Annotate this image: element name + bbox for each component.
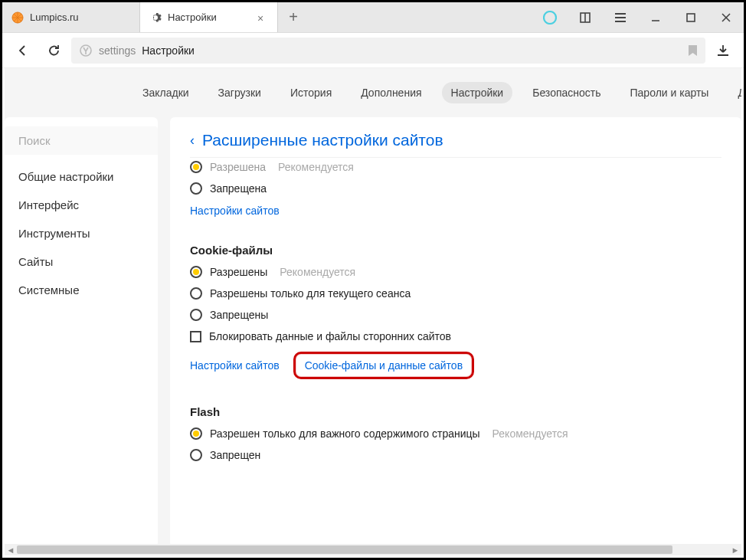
scroll-track[interactable] (17, 544, 729, 555)
opt-label: Разрешены только для текущего сеанса (210, 287, 411, 300)
tab-bar: Lumpics.ru Настройки × + (2, 2, 744, 33)
radio-cookies-forbidden[interactable] (190, 309, 202, 321)
maximize-button[interactable] (673, 2, 708, 33)
scroll-right-icon[interactable]: ► (729, 545, 741, 555)
opt-label: Запрещена (210, 182, 267, 195)
page-content: Закладки Загрузки История Дополнения Нас… (5, 68, 741, 544)
section-title: Flash (190, 405, 721, 418)
gear-icon (149, 11, 162, 24)
close-window-button[interactable] (708, 2, 744, 33)
section-cookies: Cookie-файлы Разрешены Рекомендуется Раз… (190, 244, 721, 379)
tab-settings[interactable]: Настройки × (140, 2, 278, 32)
sidebar-item-sites[interactable]: Сайты (5, 247, 158, 276)
settings-main-panel: ‹ Расширенные настройки сайтов Разрешена… (170, 117, 741, 544)
sidebar-search[interactable]: Поиск (5, 126, 158, 155)
sidebar-item-tools[interactable]: Инструменты (5, 219, 158, 247)
address-input[interactable]: settings Настройки (71, 38, 705, 64)
link-cookie-data[interactable]: Cookie-файлы и данные сайтов (305, 359, 463, 372)
radio-forbidden[interactable] (190, 182, 202, 195)
opt-label: Запрещен (210, 449, 260, 461)
svg-rect-8 (687, 14, 695, 21)
checkbox-block-thirdparty[interactable] (190, 331, 201, 342)
close-icon[interactable]: × (257, 12, 268, 23)
section-prev: Разрешена Рекомендуется Запрещена Настро… (190, 161, 721, 218)
scroll-left-icon[interactable]: ◄ (5, 545, 17, 555)
bookmark-icon[interactable] (688, 44, 698, 57)
topnav-settings[interactable]: Настройки (442, 82, 513, 103)
menu-icon[interactable] (603, 2, 638, 33)
opt-rec: Рекомендуется (492, 427, 568, 440)
main-title[interactable]: Расширенные настройки сайтов (202, 131, 443, 149)
yandex-icon (79, 44, 93, 57)
back-chevron-icon[interactable]: ‹ (190, 133, 195, 149)
radio-flash-forbidden[interactable] (190, 449, 202, 461)
opt-label: Блокировать данные и файлы сторонних сай… (209, 330, 451, 342)
back-button[interactable] (10, 38, 36, 64)
opt-rec: Рекомендуется (280, 266, 355, 278)
highlighted-link: Cookie-файлы и данные сайтов (293, 352, 474, 379)
opt-label: Разрешена (210, 161, 266, 173)
topnav-passwords[interactable]: Пароли и карты (621, 82, 718, 103)
browser-window: Lumpics.ru Настройки × + (0, 0, 746, 560)
opt-label: Разрешен только для важного содержимого … (210, 427, 480, 440)
reload-button[interactable] (41, 38, 67, 64)
main-header: ‹ Расширенные настройки сайтов (190, 131, 721, 158)
topnav-bookmarks[interactable]: Закладки (133, 82, 198, 103)
radio-allowed[interactable] (190, 161, 202, 173)
radio-flash-important[interactable] (190, 427, 202, 440)
opt-label: Разрешены (210, 266, 267, 278)
section-title: Cookie-файлы (190, 244, 721, 257)
sidebar-item-interface[interactable]: Интерфейс (5, 191, 158, 219)
address-bar: settings Настройки (2, 33, 744, 68)
new-tab-button[interactable]: + (278, 2, 309, 32)
scroll-thumb[interactable] (17, 545, 672, 554)
link-site-settings[interactable]: Настройки сайтов (190, 359, 280, 372)
topnav-other[interactable]: Другие ус (728, 82, 741, 103)
downloads-icon[interactable] (710, 38, 736, 64)
svg-point-1 (544, 11, 556, 24)
settings-topnav: Закладки Загрузки История Дополнения Нас… (5, 68, 741, 117)
section-flash: Flash Разрешен только для важного содерж… (190, 405, 721, 461)
orange-favicon (11, 11, 24, 24)
topnav-security[interactable]: Безопасность (523, 82, 610, 103)
tableau-icon[interactable] (568, 2, 603, 33)
window-controls (532, 2, 744, 32)
addr-prefix: settings (99, 44, 136, 57)
topnav-downloads[interactable]: Загрузки (209, 82, 270, 103)
sidebar-item-system[interactable]: Системные (5, 276, 158, 304)
tab-title: Lumpics.ru (30, 11, 130, 23)
opt-rec: Рекомендуется (278, 161, 354, 173)
link-site-settings[interactable]: Настройки сайтов (190, 205, 280, 217)
radio-cookies-allowed[interactable] (190, 266, 202, 278)
tab-lumpics[interactable]: Lumpics.ru (2, 2, 140, 32)
horizontal-scrollbar[interactable]: ◄ ► (5, 544, 741, 555)
settings-sidebar: Поиск Общие настройки Интерфейс Инструме… (5, 117, 158, 544)
minimize-button[interactable] (638, 2, 673, 33)
tab-title: Настройки (168, 11, 251, 23)
topnav-addons[interactable]: Дополнения (352, 82, 430, 103)
sidebar-item-general[interactable]: Общие настройки (5, 162, 158, 191)
topnav-history[interactable]: История (281, 82, 341, 103)
radio-cookies-session[interactable] (190, 287, 202, 300)
opt-label: Запрещены (210, 309, 268, 321)
addr-title: Настройки (142, 44, 195, 57)
alice-icon[interactable] (532, 2, 568, 33)
